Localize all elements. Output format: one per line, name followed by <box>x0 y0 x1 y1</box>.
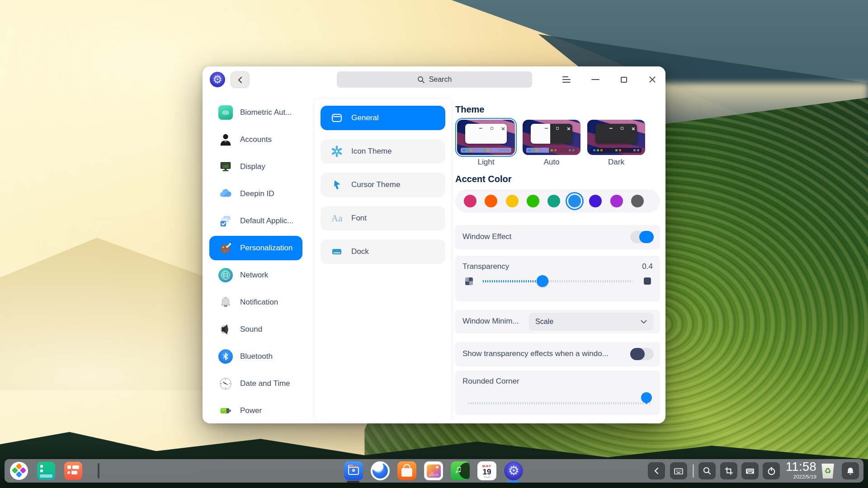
tray-keyboard-layout-button[interactable] <box>741 462 759 479</box>
accent-swatch-orange[interactable] <box>485 195 497 207</box>
tray-search-button[interactable] <box>698 462 716 479</box>
monitor-icon <box>218 160 233 174</box>
sidebar-item-date-time[interactable]: Date and Time <box>209 371 302 396</box>
sidebar-item-accounts[interactable]: Accounts <box>209 127 302 152</box>
launcher-diamond <box>20 467 26 474</box>
theme-option-auto[interactable] <box>523 120 580 155</box>
sidebar-item-deepin-id[interactable]: Deepin ID <box>209 182 302 206</box>
sidebar-item-network[interactable]: Network <box>209 263 302 287</box>
tab-label: Icon Theme <box>351 147 392 156</box>
back-button[interactable] <box>231 71 250 88</box>
transparency-label: Transparency <box>462 262 509 271</box>
accent-swatch-gray[interactable] <box>631 195 644 207</box>
trash-icon[interactable]: ♻ <box>820 462 836 480</box>
tray-clock[interactable]: 11:58 2022/5/19 <box>778 461 816 480</box>
window-effect-toggle[interactable] <box>630 231 654 243</box>
tab-icon-theme[interactable]: Icon Theme <box>321 139 445 164</box>
minimize-effect-select[interactable]: Scale <box>529 313 653 331</box>
control-center-dock-icon[interactable]: ⚙ <box>504 461 523 480</box>
tray-shutdown-button[interactable] <box>763 462 780 479</box>
preview-dock <box>526 148 577 153</box>
sidebar-item-default-apps[interactable]: Default Applic... <box>209 209 302 233</box>
accent-swatch-blue-selected[interactable] <box>568 195 581 207</box>
tab-general[interactable]: General <box>321 106 445 130</box>
rounded-corner-slider-track[interactable] <box>468 402 651 404</box>
sidebar-item-label: Sound <box>240 325 262 334</box>
sidebar-item-biometric[interactable]: Biometric Aut... <box>209 100 302 125</box>
accent-swatch-pink[interactable] <box>464 195 476 207</box>
tab-label: General <box>351 113 378 122</box>
hamburger-icon <box>562 76 571 83</box>
show-transparency-row: Show transparency effects when a windo..… <box>455 342 660 366</box>
maximize-icon <box>621 77 627 83</box>
accent-swatch-green[interactable] <box>527 195 539 207</box>
dock-separator <box>98 463 99 479</box>
preview-window-dark <box>595 124 637 144</box>
default-apps-icon <box>218 214 233 228</box>
power-icon <box>767 466 776 476</box>
accent-swatch-teal[interactable] <box>547 195 560 207</box>
cursor-icon <box>330 178 343 191</box>
music-icon[interactable]: ♫ <box>451 461 470 480</box>
minimize-button[interactable] <box>582 66 609 93</box>
speaker-icon <box>218 322 233 337</box>
search-input[interactable]: Search <box>337 71 532 88</box>
fingerprint-icon <box>218 105 233 120</box>
tab-dock[interactable]: Dock <box>321 239 445 264</box>
tray-notification-button[interactable] <box>842 462 859 479</box>
window-layouts-button[interactable] <box>64 462 82 480</box>
crop-icon <box>724 466 734 476</box>
show-transparency-toggle[interactable] <box>630 348 654 360</box>
tray-virtual-keyboard-button[interactable] <box>670 462 687 479</box>
palette-icon <box>218 241 233 255</box>
preview-window-auto <box>531 124 572 144</box>
launcher-diamond <box>16 471 22 478</box>
sidebar-item-personalization[interactable]: Personalization <box>209 236 302 260</box>
tab-cursor-theme[interactable]: Cursor Theme <box>321 173 445 197</box>
tray-screenshot-button[interactable] <box>720 462 737 479</box>
sidebar-item-bluetooth[interactable]: Bluetooth <box>209 344 302 369</box>
preview-dock <box>591 148 642 153</box>
tab-font[interactable]: Aa Font <box>321 206 445 230</box>
search-placeholder: Search <box>429 75 452 84</box>
theme-label-light: Light <box>457 158 515 167</box>
accent-color-bar <box>455 189 660 213</box>
bell-icon <box>218 295 233 310</box>
minimize-effect-value: Scale <box>535 318 553 326</box>
sidebar-item-label: Date and Time <box>240 379 290 388</box>
maximize-button[interactable] <box>611 66 637 93</box>
sidebar-item-label: Personalization <box>240 244 292 253</box>
tab-label: Font <box>351 214 367 223</box>
dock-icon <box>330 245 343 258</box>
tab-label: Cursor Theme <box>351 180 400 189</box>
sidebar-item-sound[interactable]: Sound <box>209 317 302 342</box>
theme-option-light[interactable] <box>457 120 515 155</box>
toggle-knob <box>639 231 654 243</box>
sidebar-item-notification[interactable]: Notification <box>209 290 302 314</box>
rounded-corner-slider-handle[interactable] <box>641 392 652 403</box>
accent-swatch-yellow[interactable] <box>506 195 519 207</box>
clock-date: 2022/5/19 <box>778 474 816 480</box>
close-button[interactable] <box>639 66 665 93</box>
window-icon <box>330 112 343 124</box>
launcher-button[interactable] <box>10 462 28 480</box>
calendar-icon[interactable]: MAY 19 THUR <box>477 461 496 480</box>
sidebar-item-display[interactable]: Display <box>209 155 302 179</box>
multitasking-view-button[interactable] <box>37 462 55 480</box>
transparency-slider-fill <box>483 280 542 282</box>
browser-icon[interactable] <box>371 461 390 480</box>
user-icon <box>218 132 233 147</box>
accent-swatch-indigo[interactable] <box>589 195 602 207</box>
accent-swatch-purple[interactable] <box>610 195 623 207</box>
theme-option-dark[interactable] <box>587 120 645 155</box>
photos-icon[interactable] <box>424 461 443 480</box>
gear-icon: ⚙ <box>504 461 523 480</box>
app-store-icon[interactable] <box>397 461 416 480</box>
transparency-slider-handle[interactable] <box>537 275 548 287</box>
menu-button[interactable] <box>553 66 580 93</box>
window-layouts-icon <box>64 462 82 480</box>
tray-collapse-button[interactable] <box>648 462 665 479</box>
sidebar-item-power[interactable]: Power <box>209 399 302 423</box>
file-manager-icon[interactable] <box>344 461 363 480</box>
transparency-value: 0.4 <box>642 262 653 271</box>
